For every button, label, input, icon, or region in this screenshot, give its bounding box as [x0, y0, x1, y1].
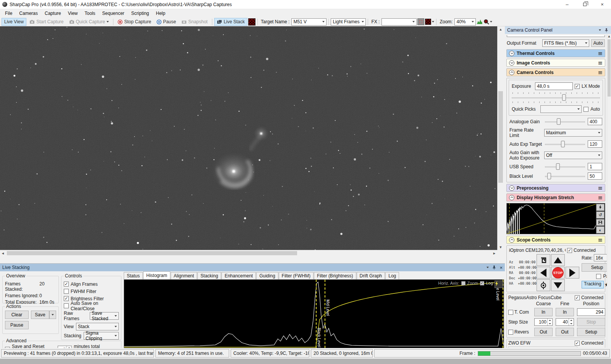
live-view-button[interactable]: Live View — [2, 18, 26, 26]
save-dropdown-button[interactable] — [49, 311, 56, 319]
park-checkbox[interactable] — [596, 274, 601, 279]
magnifier-icon[interactable] — [483, 19, 489, 25]
vertical-scroll-thumb[interactable] — [498, 91, 503, 183]
display-histogram-body[interactable]: ↺ ◐ — [506, 203, 605, 234]
stacking-select[interactable]: Sigma Clipping — [84, 332, 119, 340]
display-histogram-section[interactable]: Display Histogram Stretch ≡ — [506, 193, 605, 201]
save-button[interactable]: Save — [31, 311, 49, 319]
rate-select[interactable]: 16x — [594, 254, 607, 261]
reset-stretch-button[interactable]: ↺ — [596, 211, 605, 219]
horizontal-scroll-thumb[interactable] — [7, 251, 297, 255]
tab-filter-brightness-[interactable]: Filter (Brightness) — [314, 272, 356, 279]
zoom-checkbox[interactable] — [461, 281, 466, 285]
section-menu-icon[interactable]: ≡ — [598, 185, 603, 192]
close-button[interactable]: × — [593, 0, 611, 9]
restore-button[interactable] — [576, 0, 593, 9]
expand-icon[interactable] — [509, 185, 514, 191]
coarse-in-button[interactable]: In — [534, 308, 553, 316]
section-menu-icon[interactable]: ≡ — [598, 69, 603, 76]
slew-down-button[interactable] — [551, 279, 565, 291]
minimize-button[interactable]: – — [558, 0, 576, 9]
collapse-icon[interactable] — [509, 237, 514, 243]
analogue-gain-value[interactable]: 400 — [588, 118, 602, 125]
chevron-down-icon[interactable] — [490, 21, 492, 23]
fine-out-button[interactable]: Out — [556, 328, 574, 336]
scroll-up-arrow[interactable]: ▲ — [498, 26, 504, 32]
frame-type-select[interactable]: Light Frames — [331, 18, 366, 26]
usb-speed-slider[interactable] — [544, 163, 586, 170]
slew-left-button[interactable] — [537, 267, 550, 279]
mid-level-line[interactable] — [325, 280, 325, 348]
output-format-select[interactable]: FITS files (*.fits) — [542, 39, 589, 47]
focuser-stop-button[interactable]: Stop — [577, 318, 605, 326]
expand-icon[interactable] — [509, 60, 514, 66]
focuser-setup-button[interactable]: Setup — [577, 328, 605, 336]
efw-connected-checkbox[interactable]: ✓ — [575, 341, 580, 346]
camera-panel-header[interactable]: Camera Control Panel — [505, 26, 611, 34]
align-frames-checkbox[interactable]: ✓ — [64, 282, 69, 287]
horizontal-scrollbar[interactable]: ◄ ► — [0, 250, 497, 256]
section-menu-icon[interactable]: ≡ — [598, 237, 603, 243]
panel-scroll-thumb[interactable] — [608, 39, 611, 97]
camera-controls-section[interactable]: Camera Controls ≡ — [506, 68, 605, 76]
image-viewport[interactable] — [0, 26, 497, 250]
coarse-out-button[interactable]: Out — [534, 328, 553, 336]
auto-exp-target-value[interactable]: 120 — [588, 140, 602, 148]
frame-rate-select[interactable]: Maximum — [544, 129, 602, 137]
usb-speed-value[interactable]: 1 — [588, 163, 602, 170]
menu-cameras[interactable]: Cameras — [16, 10, 41, 17]
menu-scripting[interactable]: Scripting — [128, 10, 153, 17]
menu-view[interactable]: View — [65, 10, 81, 17]
pause-stacking-button[interactable]: Pause — [5, 321, 29, 329]
lx-mode-checkbox[interactable]: ✓ — [575, 84, 580, 89]
auto-exp-slider-thumb[interactable] — [561, 141, 565, 147]
selection-area-icon[interactable] — [417, 18, 424, 25]
menu-tools[interactable]: Tools — [81, 10, 99, 17]
auto-stretch-stack-button[interactable] — [495, 280, 503, 288]
tab-filter-fwhm-[interactable]: Filter (FWHM) — [279, 272, 314, 279]
black-level-line[interactable] — [316, 280, 317, 348]
pin-icon[interactable] — [492, 265, 496, 270]
slew-right-button[interactable] — [566, 267, 579, 279]
stop-capture-button[interactable]: Stop Capture — [115, 18, 154, 26]
tab-alignment[interactable]: Alignment — [171, 272, 197, 279]
black-level-slider-thumb[interactable] — [547, 173, 551, 179]
histogram-icon[interactable] — [477, 19, 483, 24]
fx-select[interactable] — [381, 18, 417, 26]
exposure-slider-thumb[interactable] — [562, 94, 566, 101]
focuser-position-value[interactable]: 294 — [577, 308, 605, 316]
tab-histogram[interactable]: Histogram — [143, 271, 170, 279]
goto-target-button[interactable] — [537, 279, 550, 291]
temp-comp-checkbox[interactable] — [508, 310, 513, 315]
tab-guiding[interactable]: Guiding — [256, 272, 278, 279]
pause-button[interactable]: Pause — [154, 18, 178, 26]
menu-file[interactable]: File — [2, 10, 16, 17]
section-menu-icon[interactable]: ≡ — [598, 60, 603, 66]
menu-capture[interactable]: Capture — [41, 10, 65, 17]
clear-button[interactable]: Clear — [5, 311, 29, 319]
fwhm-filter-checkbox[interactable] — [64, 289, 69, 294]
gain-slider-thumb[interactable] — [557, 118, 561, 125]
chevron-down-icon[interactable] — [599, 29, 601, 31]
start-capture-button[interactable]: Start Capture — [27, 18, 66, 26]
live-stack-button[interactable]: Live Stack — [214, 18, 247, 26]
tab-drift-graph[interactable]: Drift Graph — [357, 272, 385, 279]
colour-space-icon[interactable] — [248, 18, 255, 26]
chevron-down-icon[interactable] — [432, 21, 434, 23]
image-controls-section[interactable]: Image Controls ≡ — [506, 59, 605, 67]
close-icon[interactable]: × — [499, 265, 503, 271]
scope-setup-button[interactable]: Setup — [582, 263, 607, 272]
slew-up-button[interactable] — [551, 254, 565, 266]
auto-exp-target-slider[interactable] — [544, 141, 586, 148]
stack-histogram[interactable]: Black Level Mid Level White Level Horiz.… — [124, 279, 504, 348]
exposure-auto-checkbox[interactable] — [584, 107, 588, 112]
spiral-search-button[interactable] — [537, 254, 550, 266]
preprocessing-section[interactable]: Preprocessing ≡ — [506, 184, 605, 192]
panel-scrollbar[interactable]: ▲ — [607, 34, 611, 348]
scroll-right-arrow[interactable]: ► — [491, 250, 497, 256]
section-menu-icon[interactable]: ≡ — [598, 194, 603, 201]
exposure-input[interactable]: 48,0 s — [535, 82, 573, 90]
scope-controls-section[interactable]: Scope Controls ≡ — [506, 236, 605, 244]
tab-log[interactable]: Log — [385, 272, 399, 279]
fine-in-button[interactable]: In — [556, 308, 574, 316]
